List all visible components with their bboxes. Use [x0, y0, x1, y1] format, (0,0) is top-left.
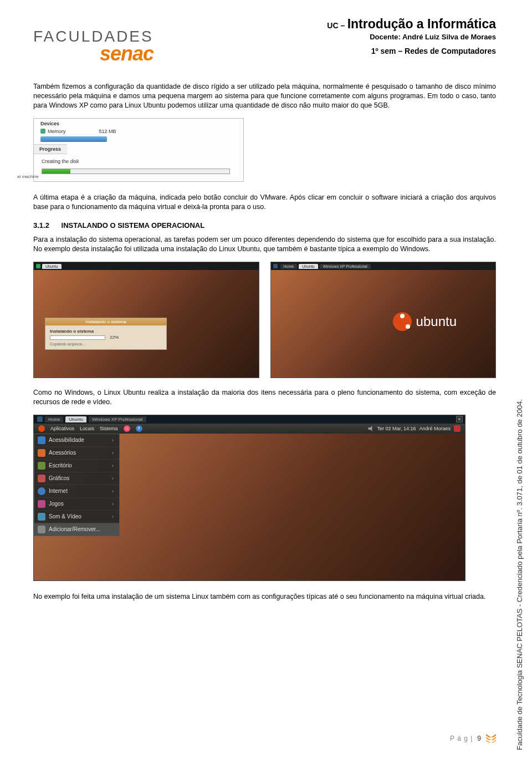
header-right: UC – Introdução a Informática Docente: A… [327, 17, 496, 55]
memory-label: Memory [48, 129, 66, 134]
logo-bottom-text: senac [100, 42, 154, 65]
uc-title: Introdução a Informática [347, 17, 496, 31]
pc-icon [36, 264, 40, 268]
menu-item-graficos[interactable]: Gráficos› [34, 472, 119, 485]
page-number: 9 [477, 735, 482, 742]
menu-item-label: Escritório [49, 462, 72, 468]
vm-tabs: Ubuntu [34, 262, 259, 270]
tab-ubuntu[interactable]: Ubuntu [299, 264, 318, 269]
menu-item-adicionar-remover[interactable]: Adicionar/Remover... [34, 523, 119, 536]
menu-item-jogos[interactable]: Jogos› [34, 497, 119, 510]
ubuntu-circle-icon [393, 312, 412, 331]
page-header: FACULDADES senac UC – Introdução a Infor… [33, 17, 496, 65]
user-name[interactable]: André Moraes [419, 426, 451, 431]
ubuntu-word: ubuntu [416, 314, 457, 329]
menu-item-label: Gráficos [49, 475, 69, 481]
menu-locais[interactable]: Locais [80, 426, 94, 431]
dialog-heading: Instalando o sistema [50, 329, 162, 334]
tab-ubuntu[interactable]: Ubuntu [42, 264, 62, 269]
ubuntu-menu-icon [38, 425, 45, 432]
progress-tab: Progress [34, 144, 67, 154]
chevron-right-icon: › [112, 488, 114, 494]
accessibility-icon [38, 436, 45, 444]
tab-home[interactable]: Home [280, 264, 298, 269]
chevron-down-icon [486, 734, 496, 742]
paragraph-5: No exemplo foi feita uma instalação de u… [33, 592, 496, 602]
section-number: 3.1.2 [33, 221, 49, 230]
menu-item-label: Internet [49, 488, 68, 494]
accessories-icon [38, 449, 45, 457]
install-progress-pct: 22% [110, 335, 119, 340]
menu-item-acessorios[interactable]: Acessórios› [34, 446, 119, 459]
chevron-right-icon: › [112, 476, 114, 481]
page-label: P á g | [450, 735, 473, 742]
chevron-right-icon: › [112, 463, 114, 468]
menu-item-label: Som & Vídeo [49, 513, 81, 519]
creating-label: Creating the disk [34, 154, 243, 166]
sound-video-icon [38, 513, 45, 521]
ubuntu-logo: ubuntu [393, 312, 457, 331]
menu-item-internet[interactable]: Internet› [34, 485, 119, 497]
clock-text[interactable]: Ter 02 Mar, 14:16 [377, 426, 416, 431]
progress-bar [42, 169, 230, 174]
vm-tabs-right: Home Ubuntu Windows XP Professional [271, 262, 496, 270]
menu-item-label: Adicionar/Remover... [49, 526, 100, 532]
menu-item-label: Jogos [49, 501, 64, 507]
paragraph-2: A última etapa é a criação da máquina, i… [33, 193, 496, 212]
paragraph-3: Para a instalação do sistema operacional… [33, 235, 496, 254]
menu-sistema[interactable]: Sistema [100, 426, 118, 431]
home-icon [273, 264, 278, 268]
install-dialog: Instalando o sistema Instalando o sistem… [45, 318, 167, 350]
chevron-right-icon: › [112, 450, 114, 456]
add-remove-icon [38, 526, 45, 533]
dialog-title: Instalando o sistema [45, 318, 166, 325]
figure-creating-disk: Devices Memory 512 MB Progress Creating … [33, 118, 244, 182]
chevron-right-icon: › [112, 514, 114, 519]
screenshot-ubuntu-splash: Home Ubuntu Windows XP Professional ubun… [270, 262, 497, 378]
vertical-credentials: Faculdade de Tecnologia SENAC PELOTAS - … [515, 399, 524, 750]
games-icon [38, 500, 45, 508]
selected-device-row [40, 136, 107, 142]
dual-screenshots: Ubuntu Instalando o sistema Instalando o… [33, 262, 496, 378]
docente: Docente: André Luiz Silva de Moraes [327, 33, 496, 41]
office-icon [38, 462, 45, 470]
chevron-right-icon: › [112, 437, 114, 443]
power-icon[interactable] [454, 425, 461, 432]
memory-row: Memory 512 MB [34, 128, 243, 135]
home-icon [37, 416, 43, 422]
subhead: 1º sem – Redes de Computadores [327, 47, 496, 55]
section-title: INSTALANDO O SISTEMA OPERACIONAL [62, 221, 205, 230]
close-icon[interactable]: × [456, 416, 463, 422]
tab-ubuntu[interactable]: Ubuntu [65, 416, 86, 422]
internet-icon [38, 487, 45, 495]
menu-item-label: Acessórios [49, 450, 76, 456]
tab-winxp[interactable]: Windows XP Professional [320, 264, 371, 269]
paragraph-1: Também fizemos a configuração da quantid… [33, 82, 496, 110]
section-heading: 3.1.2 INSTALANDO O SISTEMA OPERACIONAL [33, 221, 496, 230]
vm-topbar: Home Ubuntu Windows XP Professional × [34, 415, 465, 424]
install-progress-bar [50, 335, 105, 340]
tab-winxp[interactable]: Windows XP Professional [89, 416, 146, 422]
page-footer: P á g | 9 [450, 734, 496, 742]
chevron-right-icon: › [112, 501, 114, 507]
speaker-icon[interactable] [368, 426, 374, 431]
screenshot-install-progress: Ubuntu Instalando o sistema Instalando o… [33, 262, 259, 378]
paragraph-4: Como no Windows, o Linux Ubuntu realiza … [33, 388, 496, 407]
gnome-menubar: Aplicativos Locais Sistema ? Ter 02 Mar,… [34, 424, 465, 434]
uc-prefix: UC – [327, 21, 345, 30]
al-machine-label: al machine [17, 174, 39, 179]
install-status-text: Copiando arquivos... [50, 342, 162, 346]
progress-bar-fill [42, 169, 70, 174]
firefox-icon[interactable] [124, 425, 130, 432]
menu-aplicativos[interactable]: Aplicativos [50, 426, 74, 431]
menu-item-escritorio[interactable]: Escritório› [34, 459, 119, 472]
menu-item-label: Acessibilidade [49, 437, 84, 443]
memory-value: 512 MB [99, 129, 116, 134]
help-icon[interactable]: ? [136, 425, 142, 432]
menu-item-som-video[interactable]: Som & Vídeo› [34, 510, 119, 523]
memory-icon [40, 129, 45, 134]
senac-logo: FACULDADES senac [33, 17, 154, 65]
devices-label: Devices [34, 119, 243, 128]
menu-item-acessibilidade[interactable]: Acessibilidade› [34, 434, 119, 446]
tab-home[interactable]: Home [45, 416, 63, 422]
